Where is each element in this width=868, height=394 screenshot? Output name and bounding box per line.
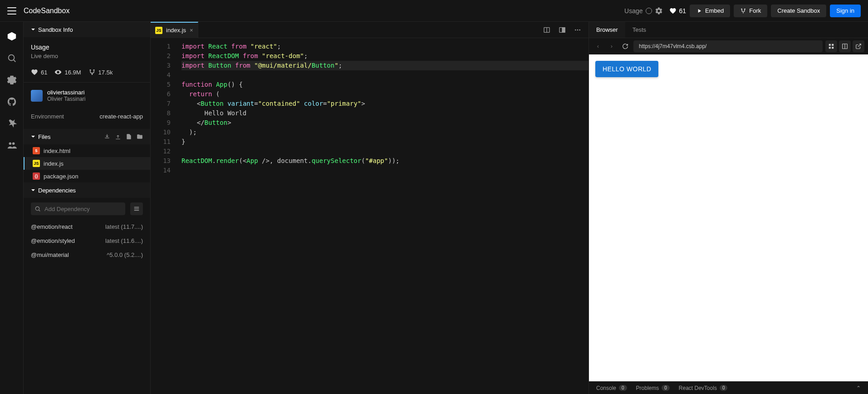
tab-index-js[interactable]: JS index.js × xyxy=(151,22,198,38)
embed-button[interactable]: Embed xyxy=(690,5,730,17)
stat-forks: 17.5k xyxy=(88,69,113,76)
download-icon[interactable] xyxy=(104,133,110,140)
sandbox-info-header[interactable]: Sandbox Info xyxy=(24,22,150,37)
split-view-icon[interactable] xyxy=(540,24,553,36)
activity-info-icon[interactable] xyxy=(3,27,21,45)
svg-point-3 xyxy=(89,69,91,71)
devtools-console[interactable]: Console0 xyxy=(596,385,627,391)
dependency-item[interactable]: @mui/material^5.0.0 (5.2....) xyxy=(24,248,150,262)
new-folder-icon[interactable] xyxy=(137,133,143,140)
hello-world-button[interactable]: HELLO WORLD xyxy=(595,61,658,77)
activity-bar xyxy=(0,22,24,394)
globe-icon xyxy=(646,8,652,14)
svg-rect-13 xyxy=(829,44,831,45)
chevron-down-icon xyxy=(31,134,35,139)
fork-icon xyxy=(88,69,96,76)
editor-pane: JS index.js × 1234567891011121314 import… xyxy=(151,22,588,394)
sandbox-description: Live demo xyxy=(31,53,143,59)
activity-live-icon[interactable] xyxy=(3,136,21,154)
json-file-icon: {} xyxy=(33,172,40,180)
url-input[interactable] xyxy=(633,40,823,52)
preview-view-icon[interactable] xyxy=(556,24,569,36)
dependency-name: @emotion/react xyxy=(31,223,73,230)
devtools-problems[interactable]: Problems0 xyxy=(636,385,670,391)
svg-point-0 xyxy=(8,55,14,61)
files-header[interactable]: Files xyxy=(24,129,150,144)
dependencies-header[interactable]: Dependencies xyxy=(24,182,150,198)
stat-likes: 61 xyxy=(31,69,47,76)
activity-github-icon[interactable] xyxy=(3,93,21,111)
svg-point-6 xyxy=(35,207,39,210)
js-file-icon: JS xyxy=(155,27,162,34)
nav-back-icon[interactable]: ‹ xyxy=(593,41,603,52)
preferences-icon[interactable] xyxy=(652,4,666,18)
brand-title: CodeSandbox xyxy=(24,7,69,15)
stats-row: 61 16.9M 17.5k xyxy=(24,64,150,83)
chevron-down-icon xyxy=(31,27,35,32)
preview-pane: Browser Tests ‹ › HELLO WORLD xyxy=(588,22,868,394)
structure-icon[interactable] xyxy=(825,40,837,52)
embed-icon xyxy=(696,8,702,14)
heart-icon xyxy=(31,69,38,76)
preview-tab-browser[interactable]: Browser xyxy=(589,22,625,38)
file-item[interactable]: {}package.json xyxy=(24,170,150,182)
fork-button[interactable]: Fork xyxy=(734,5,767,17)
svg-rect-14 xyxy=(832,44,834,45)
new-file-icon[interactable] xyxy=(126,133,132,140)
svg-point-12 xyxy=(579,29,580,30)
activity-deploy-icon[interactable] xyxy=(3,114,21,133)
file-item[interactable]: 5index.html xyxy=(24,144,150,157)
preview-frame: HELLO WORLD xyxy=(589,54,868,381)
dependency-version: latest (11.7....) xyxy=(105,223,143,230)
upload-icon[interactable] xyxy=(115,133,121,140)
sign-in-button[interactable]: Sign in xyxy=(830,5,861,17)
activity-search-icon[interactable] xyxy=(3,49,21,67)
svg-rect-16 xyxy=(829,47,831,49)
new-window-icon[interactable] xyxy=(839,40,851,52)
js-file-icon: JS xyxy=(33,160,40,167)
environment-label: Environment xyxy=(31,113,64,120)
menu-icon[interactable] xyxy=(7,7,16,15)
dependency-item[interactable]: @emotion/reactlatest (11.7....) xyxy=(24,220,150,234)
preview-tab-tests[interactable]: Tests xyxy=(625,22,653,38)
dependency-item[interactable]: @emotion/styledlatest (11.6....) xyxy=(24,234,150,248)
devtools-bar: Console0 Problems0 React DevTools0 ⌃ xyxy=(589,381,868,394)
environment-value[interactable]: create-react-app xyxy=(100,113,143,120)
dependency-menu-button[interactable] xyxy=(130,202,143,215)
svg-point-10 xyxy=(575,29,576,30)
sidebar: Sandbox Info Usage Live demo 61 16.9M 17… xyxy=(24,22,151,394)
header: CodeSandbox Usage 61 Embed Fork xyxy=(0,0,868,22)
svg-rect-15 xyxy=(832,47,834,49)
activity-settings-icon[interactable] xyxy=(3,71,21,89)
owner-row[interactable]: oliviertassinari Olivier Tassinari xyxy=(24,83,150,108)
dependency-name: @mui/material xyxy=(31,251,69,258)
eye-icon xyxy=(54,69,62,76)
html-file-icon: 5 xyxy=(33,147,40,154)
sandbox-title-center[interactable]: Usage xyxy=(624,7,652,15)
chevron-up-icon[interactable]: ⌃ xyxy=(856,385,861,391)
avatar xyxy=(31,90,43,102)
tabs-bar: JS index.js × xyxy=(151,22,588,38)
file-item[interactable]: JSindex.js xyxy=(24,157,150,170)
close-icon[interactable]: × xyxy=(190,27,193,34)
devtools-react[interactable]: React DevTools0 xyxy=(679,385,728,391)
nav-reload-icon[interactable] xyxy=(620,41,631,52)
menu-lines-icon xyxy=(133,206,140,212)
nav-forward-icon[interactable]: › xyxy=(606,41,617,52)
dependency-version: latest (11.6....) xyxy=(105,237,143,244)
dependency-search-input[interactable] xyxy=(31,202,125,215)
svg-rect-9 xyxy=(562,27,565,32)
code-editor[interactable]: 1234567891011121314 import React from "r… xyxy=(151,38,588,394)
create-sandbox-button[interactable]: Create Sandbox xyxy=(771,5,826,17)
stat-views: 16.9M xyxy=(54,69,81,76)
owner-username: oliviertassinari xyxy=(47,89,85,96)
svg-point-1 xyxy=(9,143,11,145)
more-icon[interactable] xyxy=(571,24,584,36)
search-icon xyxy=(34,206,41,212)
likes-count-header[interactable]: 61 xyxy=(669,7,687,15)
chevron-down-icon xyxy=(31,188,35,192)
open-external-icon[interactable] xyxy=(853,40,864,52)
svg-point-5 xyxy=(91,74,93,75)
sandbox-name: Usage xyxy=(31,44,143,51)
dependency-version: ^5.0.0 (5.2....) xyxy=(107,251,143,258)
